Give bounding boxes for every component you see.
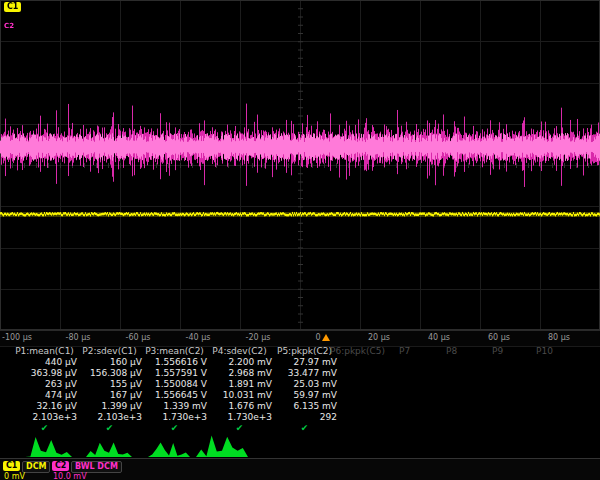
measure-value: 1.730e+3 [207, 412, 272, 422]
measure-value: 2.103e+3 [77, 412, 142, 422]
axis-tick-label: 80 µs [548, 333, 570, 342]
measure-value: 27.97 mV [272, 357, 337, 367]
measure-value: 1.556645 V [142, 390, 207, 400]
axis-tick-label: -40 µs [186, 333, 211, 342]
measure-value: 440 µV [12, 357, 77, 367]
parameter-header[interactable]: P4:sdev(C2) [207, 346, 272, 356]
trace-annunciators: C1 C2 [4, 2, 21, 30]
channel1-descriptor[interactable]: C1 [3, 461, 20, 471]
axis-tick-label: 0 [315, 333, 320, 342]
measure-status-check-icon: ✔ [207, 423, 272, 433]
measure-value: 33.477 mV [272, 368, 337, 378]
axis-tick-label: 40 µs [428, 333, 450, 342]
measure-value: 1.550084 V [142, 379, 207, 389]
channel2-scale: 10.0 mV [53, 472, 87, 480]
measure-value: 1.557591 V [142, 368, 207, 378]
measure-value: 1.891 mV [207, 379, 272, 389]
parameter-header[interactable]: P2:sdev(C1) [77, 346, 142, 356]
measure-value: 1.556616 V [142, 357, 207, 367]
measure-value: 363.98 µV [12, 368, 77, 378]
measure-value: 155 µV [77, 379, 142, 389]
axis-tick-label: -20 µs [246, 333, 271, 342]
measure-value: 160 µV [77, 357, 142, 367]
measure-status-check-icon: ✔ [77, 423, 142, 433]
measure-value: 2.103e+3 [12, 412, 77, 422]
measure-value: 156.308 µV [77, 368, 142, 378]
measure-value: 6.135 mV [272, 401, 337, 411]
measure-status-check-icon: ✔ [272, 423, 337, 433]
channel1-scale: 0 mV [4, 472, 25, 480]
axis-tick-label: -100 µs [2, 333, 32, 342]
measure-status-check-icon: ✔ [12, 423, 77, 433]
axis-tick-label: 60 µs [488, 333, 510, 342]
measure-value: 1.730e+3 [142, 412, 207, 422]
histicon-graph [196, 435, 248, 457]
measure-value: 167 µV [77, 390, 142, 400]
parameter-header-unused[interactable]: P10 [536, 346, 553, 356]
parameter-header[interactable]: P1:mean(C1) [12, 346, 77, 356]
measure-value: 263 µV [12, 379, 77, 389]
measure-value: 1.339 mV [142, 401, 207, 411]
measurement-table: P1:mean(C1)P2:sdev(C1)P3:mean(C2)P4:sdev… [0, 346, 600, 434]
measure-value: 25.03 mV [272, 379, 337, 389]
axis-tick-label: 20 µs [368, 333, 390, 342]
measure-value: 32.16 µV [12, 401, 77, 411]
histicon-graph [86, 439, 132, 457]
measure-status-check-icon: ✔ [142, 423, 207, 433]
measure-value: 1.399 µV [77, 401, 142, 411]
timebase-axis: -100 µs-80 µs-60 µs-40 µs-20 µs020 µs40 … [0, 330, 600, 347]
channel2-descriptor[interactable]: C2 [52, 461, 69, 471]
measure-value: 2.968 mV [207, 368, 272, 378]
parameter-header[interactable]: P3:mean(C2) [142, 346, 207, 356]
histicon-graph [20, 437, 72, 457]
measure-value: 10.031 mV [207, 390, 272, 400]
histicons [0, 433, 600, 457]
channel2-annunciator[interactable]: C2 [4, 22, 21, 30]
parameter-header-unused[interactable]: P7 [399, 346, 410, 356]
parameter-header[interactable]: P5:pkpk(C2) [272, 346, 337, 356]
measure-value: 59.97 mV [272, 390, 337, 400]
axis-tick-label: -80 µs [66, 333, 91, 342]
parameter-header-unused[interactable]: P6:pkpk(C5) [330, 346, 385, 356]
measure-value: 2.200 mV [207, 357, 272, 367]
channel1-annunciator[interactable]: C1 [4, 2, 21, 12]
parameter-header-unused[interactable]: P9 [492, 346, 503, 356]
channel1-coupling-badge[interactable]: DCM [22, 461, 50, 473]
measure-value: 292 [272, 412, 337, 422]
status-bar: C1 DCM 0 mV C2 BWL DCM 10.0 mV + HD Tbas… [0, 458, 600, 480]
parameter-header-unused[interactable]: P8 [446, 346, 457, 356]
axis-tick-label: -60 µs [126, 333, 151, 342]
trigger-position-icon[interactable] [322, 334, 330, 341]
waveform-display[interactable] [0, 0, 600, 330]
oscilloscope-screen: C1 C2 -100 µs-80 µs-60 µs-40 µs-20 µs020… [0, 0, 600, 480]
measure-value: 474 µV [12, 390, 77, 400]
measure-value: 1.676 mV [207, 401, 272, 411]
histicon-graph [148, 439, 190, 457]
